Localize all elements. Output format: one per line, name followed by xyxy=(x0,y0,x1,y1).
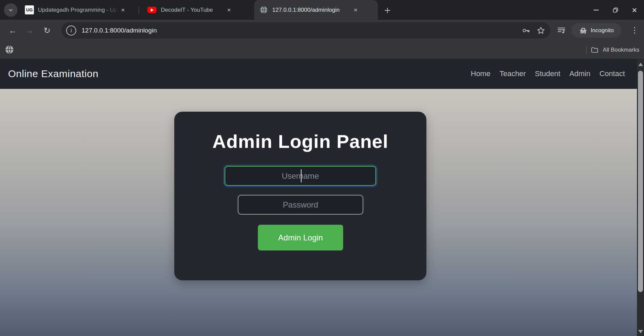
nav-link-admin[interactable]: Admin xyxy=(569,69,590,78)
url-text[interactable]: 127.0.0.1:8000/adminlogin xyxy=(82,27,519,34)
incognito-label: Incognito xyxy=(591,27,614,34)
tab-title: Updategadh Programming - Up xyxy=(38,7,119,13)
media-playlist-icon xyxy=(557,26,566,35)
incognito-icon xyxy=(579,26,588,35)
tab-divider xyxy=(139,6,139,14)
window-close-button[interactable]: × xyxy=(625,0,644,20)
window-restore-button[interactable] xyxy=(606,0,625,20)
youtube-favicon-icon xyxy=(147,7,156,13)
nav-link-home[interactable]: Home xyxy=(471,69,491,78)
tab-updategadh[interactable]: UG Updategadh Programming - Up × xyxy=(20,0,136,20)
admin-login-card: Admin Login Panel Admin Login xyxy=(174,112,426,280)
forward-button[interactable]: → xyxy=(21,20,38,41)
restore-icon xyxy=(613,7,618,13)
address-bar[interactable]: i 127.0.0.1:8000/adminlogin xyxy=(61,22,550,39)
site-info-icon[interactable]: i xyxy=(66,25,76,36)
back-button[interactable]: ← xyxy=(5,20,21,41)
scrollbar-thumb[interactable] xyxy=(638,71,643,292)
site-brand[interactable]: Online Examination xyxy=(8,68,98,79)
new-tab-button[interactable] xyxy=(382,5,393,16)
reload-button[interactable]: ↻ xyxy=(39,20,55,41)
all-bookmarks-label: All Bookmarks xyxy=(603,47,639,53)
site-nav-links: Home Teacher Student Admin Contact xyxy=(471,69,625,78)
password-manager-key-icon[interactable] xyxy=(519,23,534,38)
window-minimize-button[interactable] xyxy=(587,0,606,20)
page-scrollbar[interactable] xyxy=(637,59,644,336)
nav-link-contact[interactable]: Contact xyxy=(599,69,625,78)
all-bookmarks-button[interactable]: All Bookmarks xyxy=(586,41,639,59)
incognito-badge: Incognito xyxy=(571,23,621,38)
youtube-play-icon xyxy=(151,8,153,12)
chevron-down-icon xyxy=(7,7,14,13)
bookmark-star-icon[interactable] xyxy=(534,23,548,38)
nav-link-teacher[interactable]: Teacher xyxy=(500,69,526,78)
bookmark-globe-icon[interactable] xyxy=(5,45,14,54)
tab-title: DecodeIT - YouTube xyxy=(161,7,225,13)
page-background: Admin Login Panel Admin Login xyxy=(0,89,637,336)
updategadh-favicon-icon: UG xyxy=(25,5,34,14)
nav-link-student[interactable]: Student xyxy=(535,69,560,78)
tab-search-button[interactable] xyxy=(4,3,17,17)
password-input[interactable] xyxy=(238,195,363,215)
bookmarks-divider xyxy=(586,46,587,54)
close-icon: × xyxy=(632,6,637,14)
scroll-down-arrow-icon[interactable] xyxy=(638,330,643,333)
tab-close-icon[interactable]: × xyxy=(225,6,233,14)
window-controls: × xyxy=(587,0,644,20)
username-input[interactable] xyxy=(225,166,376,186)
media-controls-button[interactable] xyxy=(554,23,569,38)
folder-icon xyxy=(591,46,599,54)
admin-login-button[interactable]: Admin Login xyxy=(258,225,343,250)
site-navbar: Online Examination Home Teacher Student … xyxy=(0,59,637,89)
plus-icon xyxy=(384,7,391,14)
text-caret xyxy=(301,169,302,182)
tab-decodeit[interactable]: DecodeIT - YouTube × xyxy=(143,0,255,20)
browser-toolbar: ← → ↻ i 127.0.0.1:8000/adminlogin xyxy=(0,20,644,41)
username-field-wrapper xyxy=(225,166,376,186)
tab-close-icon[interactable]: × xyxy=(351,6,360,14)
bookmarks-bar: All Bookmarks xyxy=(0,41,644,59)
page-viewport: Online Examination Home Teacher Student … xyxy=(0,59,644,336)
tab-title: 127.0.0.1:8000/adminlogin xyxy=(272,7,351,13)
minimize-icon xyxy=(594,10,599,10)
globe-favicon-icon xyxy=(260,6,268,14)
tab-adminlogin-active[interactable]: 127.0.0.1:8000/adminlogin × xyxy=(254,0,378,20)
browser-menu-button[interactable]: ⋮ xyxy=(627,22,642,38)
tab-close-icon[interactable]: × xyxy=(119,6,127,14)
login-title: Admin Login Panel xyxy=(174,130,426,152)
scroll-up-arrow-icon[interactable] xyxy=(638,63,643,66)
tab-strip: UG Updategadh Programming - Up × DecodeI… xyxy=(0,0,644,20)
